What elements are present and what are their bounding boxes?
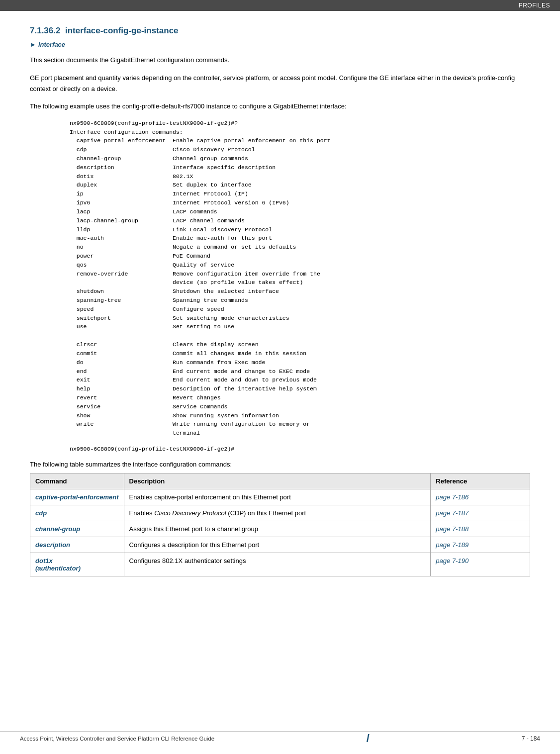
table-cell-description: Enables Cisco Discovery Protocol (CDP) o…: [124, 505, 431, 521]
table-cell-description: Enables captive-portal enforcement on th…: [124, 489, 431, 505]
table-cell-reference: page 7-186: [431, 489, 530, 505]
footer-right: 7 - 184: [522, 735, 540, 742]
table-cell-description: Assigns this Ethernet port to a channel …: [124, 521, 431, 537]
table-cell-command: cdp: [30, 505, 124, 521]
section-title: 7.1.36.2 interface-config-ge-instance: [30, 26, 530, 36]
intro-paragraph-2: GE port placement and quantity varies de…: [30, 73, 530, 94]
table-row: cdpEnables Cisco Discovery Protocol (CDP…: [30, 505, 530, 521]
col-description: Description: [124, 473, 431, 489]
section-heading: interface-config-ge-instance: [65, 26, 179, 35]
table-cell-reference: page 7-190: [431, 553, 530, 576]
table-cell-reference: page 7-187: [431, 505, 530, 521]
breadcrumb-arrow-icon: ►: [30, 41, 36, 48]
footer-slash-icon: /: [367, 732, 370, 745]
table-cell-command: dot1x (authenticator): [30, 553, 124, 576]
table-cell-command: captive-portal-enforcement: [30, 489, 124, 505]
code-block-1: nx9500-6C8809(config-profile-testNX9000-…: [70, 119, 530, 438]
breadcrumb-text: interface: [38, 41, 65, 48]
table-row: captive-portal-enforcementEnables captiv…: [30, 489, 530, 505]
table-cell-reference: page 7-188: [431, 521, 530, 537]
table-cell-command: channel-group: [30, 521, 124, 537]
intro-paragraph-1: This section documents the GigabitEthern…: [30, 55, 530, 66]
breadcrumb: ► interface: [30, 41, 530, 48]
table-cell-command: description: [30, 537, 124, 553]
table-row: channel-groupAssigns this Ethernet port …: [30, 521, 530, 537]
col-command: Command: [30, 473, 124, 489]
table-row: dot1x (authenticator)Configures 802.1X a…: [30, 553, 530, 576]
section-number: 7.1.36.2: [30, 26, 60, 35]
table-header-row: Command Description Reference: [30, 473, 530, 489]
table-cell-description: Configures 802.1X authenticator settings: [124, 553, 431, 576]
commands-table: Command Description Reference captive-po…: [30, 473, 530, 576]
table-intro: The following table summarizes the inter…: [30, 461, 530, 468]
page-content: 7.1.36.2 interface-config-ge-instance ► …: [0, 11, 560, 606]
col-reference: Reference: [431, 473, 530, 489]
table-cell-description: Configures a description for this Ethern…: [124, 537, 431, 553]
page-footer: Access Point, Wireless Controller and Se…: [0, 732, 560, 745]
footer-left: Access Point, Wireless Controller and Se…: [20, 736, 214, 742]
table-row: descriptionConfigures a description for …: [30, 537, 530, 553]
top-bar-label: PROFILES: [519, 2, 550, 9]
code-block-2: nx9500-6C8809(config-profile-testNX9000-…: [70, 445, 530, 454]
table-cell-reference: page 7-189: [431, 537, 530, 553]
top-bar: PROFILES: [0, 0, 560, 11]
intro-paragraph-3: The following example uses the config-pr…: [30, 101, 530, 112]
